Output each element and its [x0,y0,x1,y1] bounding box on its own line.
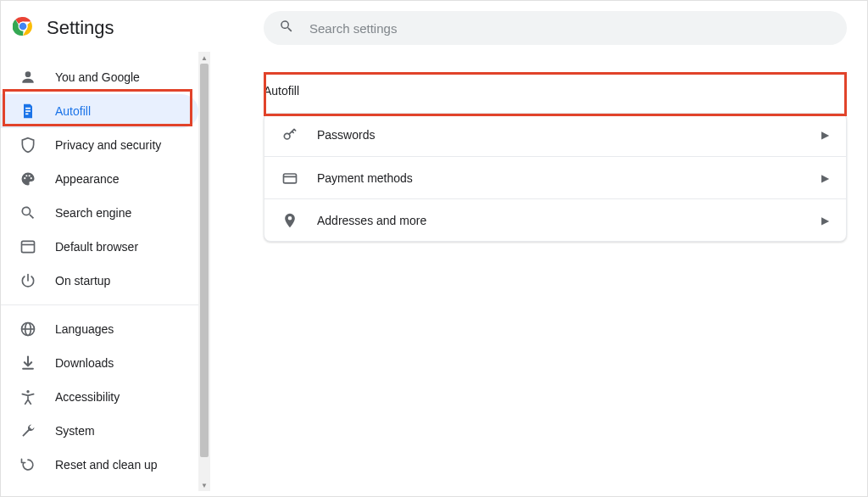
key-icon [281,126,298,143]
search-input[interactable] [309,21,832,36]
autofill-icon [19,103,36,120]
chrome-logo-icon [13,16,33,40]
chevron-right-icon: ▶ [821,215,829,226]
pin-icon [281,212,298,229]
sidebar-item-you-and-google[interactable]: You and Google [1,60,198,94]
sidebar-header: Settings [1,1,210,60]
sidebar-item-privacy-and-security[interactable]: Privacy and security [1,128,198,162]
palette-icon [19,170,36,187]
sidebar-item-label: You and Google [55,70,140,84]
accessibility-icon [19,388,36,405]
sidebar-item-system[interactable]: System [1,414,198,448]
row-label: Addresses and more [317,214,821,227]
sidebar-item-search-engine[interactable]: Search engine [1,196,198,230]
chevron-right-icon: ▶ [821,172,829,184]
sidebar-item-label: Privacy and security [55,138,161,152]
sidebar-scrollbar[interactable]: ▲ ▼ [198,52,210,491]
card-icon [281,170,298,187]
row-addresses-and-more[interactable]: Addresses and more▶ [264,198,846,241]
search-icon [19,204,36,221]
sidebar-item-label: Default browser [55,240,138,254]
browser-icon [19,238,36,255]
scroll-down-arrow-icon[interactable]: ▼ [198,479,210,491]
sidebar-item-autofill[interactable]: Autofill [1,94,198,128]
sidebar-item-label: Reset and clean up [55,458,158,472]
download-icon [19,355,36,371]
globe-icon [19,321,36,338]
sidebar-divider [1,304,210,305]
sidebar-item-downloads[interactable]: Downloads [1,346,198,380]
chevron-right-icon: ▶ [821,129,829,141]
main-content: Autofill Passwords▶Payment methods▶Addre… [211,1,867,496]
autofill-card: Passwords▶Payment methods▶Addresses and … [264,113,847,242]
scroll-thumb[interactable] [200,64,209,457]
restore-icon [19,456,36,473]
sidebar-item-default-browser[interactable]: Default browser [1,230,198,264]
content: Autofill Passwords▶Payment methods▶Addre… [218,45,854,242]
sidebar-item-reset-and-clean-up[interactable]: Reset and clean up [1,448,198,482]
sidebar-item-label: System [55,424,95,438]
row-payment-methods[interactable]: Payment methods▶ [264,156,846,198]
sidebar-nav-primary: You and GoogleAutofillPrivacy and securi… [1,60,210,298]
search-wrap [218,11,854,45]
sidebar-item-label: Appearance [55,172,120,186]
sidebar-item-label: On startup [55,274,110,288]
wrench-icon [19,422,36,439]
settings-app: Settings You and GoogleAutofillPrivacy a… [1,1,867,496]
sidebar-item-label: Languages [55,322,114,336]
scroll-up-arrow-icon[interactable]: ▲ [198,52,210,64]
row-label: Passwords [317,128,821,142]
sidebar-item-label: Autofill [55,104,91,118]
shield-icon [19,137,36,154]
sidebar-nav-secondary: LanguagesDownloadsAccessibilitySystemRes… [1,312,210,482]
sidebar-item-on-startup[interactable]: On startup [1,264,198,298]
power-icon [19,272,36,289]
sidebar-item-appearance[interactable]: Appearance [1,162,198,196]
sidebar: Settings You and GoogleAutofillPrivacy a… [1,1,211,496]
sidebar-item-accessibility[interactable]: Accessibility [1,380,198,414]
search-settings[interactable] [264,11,847,45]
sidebar-item-languages[interactable]: Languages [1,312,198,346]
search-icon [279,19,294,37]
row-passwords[interactable]: Passwords▶ [264,114,846,156]
row-label: Payment methods [317,171,821,185]
page-title: Settings [47,17,114,39]
sidebar-item-label: Search engine [55,206,131,220]
section-title: Autofill [264,84,847,98]
person-icon [19,69,36,86]
svg-point-2 [19,23,27,31]
sidebar-item-label: Downloads [55,356,114,370]
sidebar-item-label: Accessibility [55,390,120,404]
